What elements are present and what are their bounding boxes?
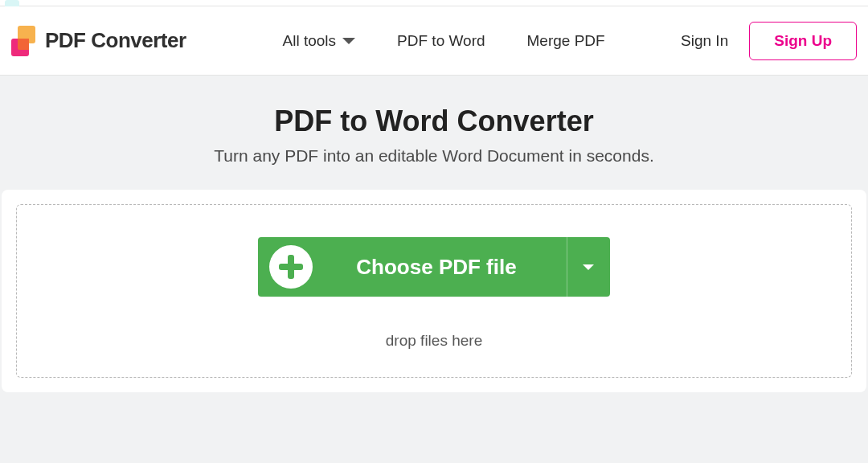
- choose-file-button[interactable]: Choose PDF file: [258, 237, 566, 297]
- browser-tab-strip: [0, 0, 868, 6]
- sign-in-link[interactable]: Sign In: [681, 32, 728, 50]
- brand-name: PDF Converter: [45, 28, 186, 53]
- nav-pdf-to-word[interactable]: PDF to Word: [397, 32, 485, 50]
- drop-hint: drop files here: [33, 332, 835, 350]
- chevron-down-icon: [342, 38, 355, 44]
- nav-all-tools-label: All tools: [283, 32, 337, 50]
- choose-file-label: Choose PDF file: [356, 255, 516, 280]
- nav-all-tools[interactable]: All tools: [283, 32, 356, 50]
- sign-up-button[interactable]: Sign Up: [749, 22, 857, 60]
- choose-file-group: Choose PDF file: [258, 237, 609, 297]
- nav-pdf-to-word-label: PDF to Word: [397, 32, 485, 50]
- page-title: PDF to Word Converter: [16, 104, 852, 138]
- choose-file-dropdown[interactable]: [567, 237, 610, 297]
- nav-merge-pdf[interactable]: Merge PDF: [527, 32, 605, 50]
- brand[interactable]: PDF Converter: [11, 26, 186, 56]
- page-subtitle: Turn any PDF into an editable Word Docum…: [16, 146, 852, 166]
- brand-logo-icon: [11, 26, 35, 56]
- nav-links: All tools PDF to Word Merge PDF: [283, 32, 605, 50]
- nav-merge-pdf-label: Merge PDF: [527, 32, 605, 50]
- upload-card: Choose PDF file drop files here: [2, 190, 866, 392]
- auth-area: Sign In Sign Up: [681, 22, 857, 60]
- main-header: PDF Converter All tools PDF to Word Merg…: [0, 6, 868, 76]
- hero: PDF to Word Converter Turn any PDF into …: [0, 76, 868, 190]
- plus-icon: [269, 245, 313, 289]
- chevron-down-icon: [583, 264, 594, 270]
- drop-zone[interactable]: Choose PDF file drop files here: [16, 204, 852, 378]
